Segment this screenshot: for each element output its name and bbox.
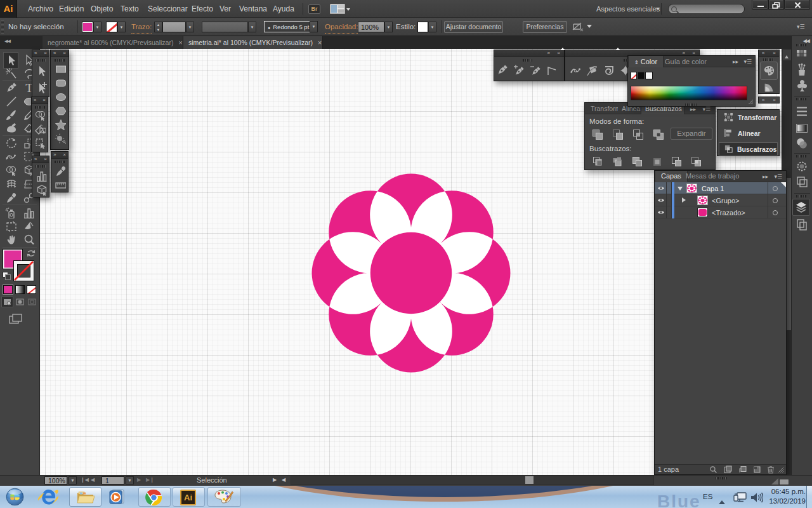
svg-text:Blue: Blue (657, 491, 701, 508)
